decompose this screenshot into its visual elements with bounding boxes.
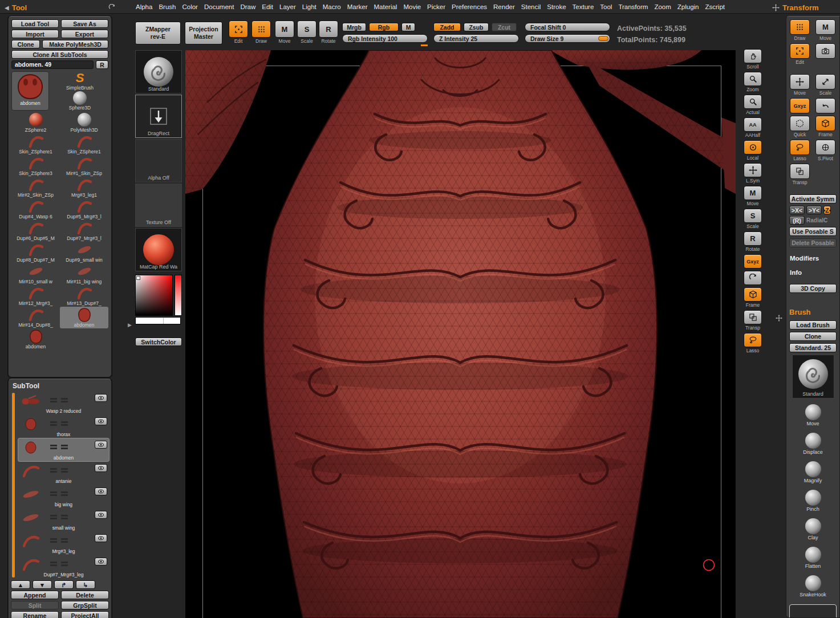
- texture-selector[interactable]: Texture Off: [135, 184, 182, 227]
- abdomen-mesh[interactable]: [185, 50, 736, 618]
- meshinsert-panel[interactable]: MeshInsert F: [789, 604, 837, 618]
- brush-flatten[interactable]: Flatten: [788, 547, 838, 569]
- symmetry-radial-button[interactable]: (R): [789, 216, 805, 225]
- sculpt-canvas[interactable]: [185, 50, 736, 618]
- subtool-item-antanie[interactable]: antanie: [18, 462, 109, 485]
- tool-item-dup-6-dup-5-m[interactable]: Dup#6_Dup#5_M: [11, 220, 60, 242]
- zcut-button[interactable]: Zcut: [492, 23, 517, 31]
- transform-camera-button[interactable]: [814, 43, 837, 65]
- brush-snakehook[interactable]: SnakeHook: [788, 575, 838, 597]
- clone-all-subtools-button[interactable]: Clone All SubTools: [11, 50, 108, 59]
- transform-s-pivot-button[interactable]: S.Pivot: [814, 140, 837, 161]
- menu-transform[interactable]: Transform: [618, 3, 648, 10]
- tool-item-mir-2-skin-zsp[interactable]: Mir#2_Skin_ZSp: [11, 177, 60, 198]
- symmetry-y-button[interactable]: >Y<: [806, 206, 822, 214]
- shelf-l-sym-button[interactable]: L.Sym: [744, 163, 762, 184]
- zadd-button[interactable]: Zadd: [433, 23, 461, 31]
- shelf-frame-button[interactable]: Frame: [744, 287, 762, 308]
- current-tool-name[interactable]: abdomen. 49: [11, 60, 94, 69]
- transform-draw-button[interactable]: Draw: [788, 19, 811, 41]
- menu-macro[interactable]: Macro: [323, 3, 341, 10]
- z-intensity-slider[interactable]: Z Intensity 25: [433, 34, 519, 43]
- menu-picker[interactable]: Picker: [427, 3, 445, 10]
- rotate-mode-button[interactable]: R Rotate: [318, 21, 339, 44]
- delete-posable-button[interactable]: Delete Posable: [789, 238, 837, 247]
- abdomen-body[interactable]: [263, 50, 657, 618]
- alpha-selector[interactable]: Alpha Off: [135, 139, 182, 182]
- transform-move-button[interactable]: Move: [788, 74, 811, 96]
- collapse-left-icon[interactable]: ◀: [5, 5, 9, 11]
- material-selector[interactable]: MatCap Red Wa: [135, 228, 182, 271]
- subtool-visibility-toggle[interactable]: [95, 394, 107, 402]
- r-button[interactable]: R: [96, 60, 108, 69]
- use-posable-symmetry-button[interactable]: Use Posable S: [789, 227, 837, 236]
- shelf-rotate-button[interactable]: RRotate: [744, 231, 762, 252]
- panel-divider-handle[interactable]: ▶: [128, 322, 132, 328]
- menu-tool[interactable]: Tool: [600, 3, 612, 10]
- transform-gxyz-button[interactable]: Gxyz: [788, 98, 811, 113]
- menu-zscript[interactable]: Zscript: [705, 3, 725, 10]
- projectall-button[interactable]: ProjectAll: [61, 611, 109, 618]
- menu-render[interactable]: Render: [493, 3, 515, 10]
- subtool-visibility-toggle[interactable]: [95, 487, 107, 495]
- tool-item-abdomen[interactable]: abdomen: [60, 307, 108, 328]
- tool-item-dup-7-mrg-3-l[interactable]: Dup#7_Mrg#3_l: [60, 220, 108, 242]
- subtool-visibility-toggle[interactable]: [95, 441, 107, 449]
- current-color-swatch[interactable]: [135, 317, 181, 324]
- menu-draw[interactable]: Draw: [240, 3, 255, 10]
- hue-strip[interactable]: [175, 275, 182, 316]
- shelf-zoom-button[interactable]: Zoom: [744, 72, 762, 92]
- brush-pinch[interactable]: Pinch: [788, 490, 838, 512]
- menu-preferences[interactable]: Preferences: [452, 3, 487, 10]
- menu-texture[interactable]: Texture: [573, 3, 594, 10]
- transform-transp-button[interactable]: Transp: [788, 164, 811, 185]
- symmetry-x-button[interactable]: >X<: [789, 206, 805, 214]
- subtool-item-thorax[interactable]: thorax: [18, 415, 109, 438]
- tool-item-simplebrush[interactable]: S SimpleBrush: [66, 71, 94, 91]
- tool-item-skin-zsphere1[interactable]: Skin_ZSphere1: [11, 133, 60, 155]
- tool-item-mrg-3-leg1[interactable]: Mrg#3_leg1: [60, 177, 108, 198]
- shelf-scale-button[interactable]: SScale: [744, 209, 762, 229]
- shelf-scroll-button[interactable]: Scroll: [744, 49, 762, 70]
- shelf-lasso-button[interactable]: Lasso: [744, 333, 762, 353]
- clone-brush-button[interactable]: Clone: [789, 332, 837, 341]
- color-saturation-square[interactable]: [135, 275, 173, 316]
- symmetry-z-button[interactable]: >Z<: [823, 206, 831, 214]
- subtool-visibility-toggle[interactable]: [95, 464, 107, 472]
- menu-movie[interactable]: Movie: [403, 3, 421, 10]
- rgb-intensity-slider[interactable]: Rgb Intensity 100: [342, 34, 428, 43]
- menu-layer[interactable]: Layer: [279, 3, 296, 10]
- menu-marker[interactable]: Marker: [347, 3, 368, 10]
- tool-item-mir-14-dup-8[interactable]: Mir#14_Dup#8_: [11, 307, 60, 328]
- zmapper-button[interactable]: ZMapper rev-E: [135, 22, 181, 44]
- tool-item-mir-11-big-wing[interactable]: Mir#11_big wing: [60, 263, 108, 285]
- tool-item-abdomen[interactable]: abdomen: [11, 328, 60, 350]
- transform-edit-button[interactable]: Edit: [788, 43, 811, 65]
- subtool-shift-down-button[interactable]: ↳: [76, 580, 95, 589]
- tool-item-polymesh3d[interactable]: PolyMesh3D: [60, 112, 108, 133]
- append-button[interactable]: Append: [11, 591, 59, 599]
- tool-item-zsphere2[interactable]: ZSphere2: [11, 112, 60, 133]
- activate-symmetry-button[interactable]: Activate Symm: [789, 194, 837, 204]
- menu-alpha[interactable]: Alpha: [136, 3, 152, 10]
- subtool-item-wasp-2-reduced[interactable]: Wasp 2 reduced: [18, 392, 109, 414]
- save-as-button[interactable]: Save As: [61, 19, 108, 28]
- subtool-visibility-toggle[interactable]: [95, 417, 107, 425]
- tool-item-skin-zsphere1[interactable]: Skin_ZSphere1: [60, 133, 108, 155]
- tool-item-mir-13-dup-7[interactable]: Mir#13_Dup#7_: [60, 285, 108, 307]
- shelf-rotarrow-button[interactable]: [744, 271, 762, 285]
- subtool-move-down-button[interactable]: ▼: [33, 580, 52, 589]
- menu-document[interactable]: Document: [204, 3, 234, 10]
- projection-master-button[interactable]: Projection Master: [185, 22, 222, 44]
- draw-size-slider[interactable]: Draw Size 9: [525, 34, 610, 43]
- standard-25-button[interactable]: Standard. 25: [789, 343, 837, 352]
- split-button[interactable]: Split: [11, 601, 59, 609]
- subtool-shift-up-button[interactable]: ↱: [54, 580, 74, 589]
- shelf-local-button[interactable]: Local: [744, 140, 762, 161]
- transform-lasso-button[interactable]: Lasso: [788, 140, 811, 161]
- rename-button[interactable]: Rename: [11, 611, 59, 618]
- draw-mode-button[interactable]: Draw: [250, 21, 272, 44]
- make-polymesh3d-button[interactable]: Make PolyMesh3D: [42, 40, 108, 48]
- tool-item-dup-4-wasp-6[interactable]: Dup#4_Wasp 6: [11, 198, 60, 220]
- shelf-gxyz-button[interactable]: Gxyz: [744, 254, 762, 269]
